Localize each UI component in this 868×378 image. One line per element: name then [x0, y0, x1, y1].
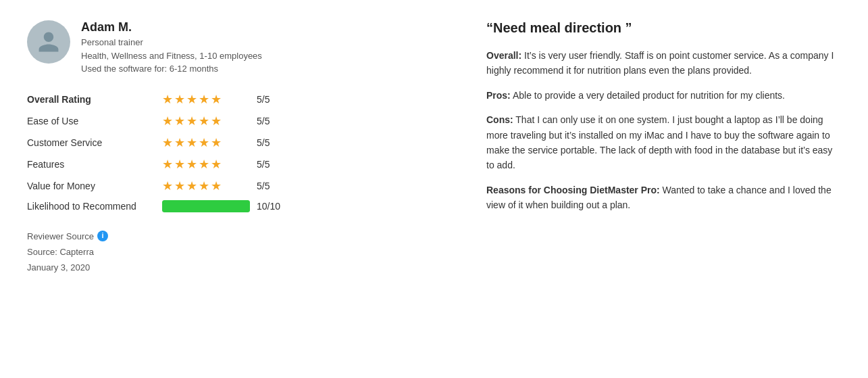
star-2: ★	[174, 157, 185, 172]
source-info: Reviewer Source i Source: Capterra Janua…	[27, 229, 446, 276]
ease-label: Ease of Use	[27, 116, 162, 126]
pros-text: Able to provide a very detailed product …	[513, 90, 785, 101]
ratings-section: Overall Rating ★ ★ ★ ★ ★ 5/5 Ease of Use…	[27, 92, 446, 212]
customer-label: Customer Service	[27, 137, 162, 148]
recommend-label: Likelihood to Recommend	[27, 201, 162, 212]
star-2: ★	[174, 135, 185, 150]
pros-prefix: Pros:	[486, 90, 511, 101]
star-5: ★	[211, 135, 222, 150]
star-1: ★	[162, 114, 173, 128]
value-stars: ★ ★ ★ ★ ★	[162, 179, 250, 193]
cons-paragraph: Cons: That I can only use it on one syst…	[486, 112, 841, 173]
user-icon	[36, 30, 61, 54]
source-date: January 3, 2020	[27, 260, 446, 275]
features-rating-row: Features ★ ★ ★ ★ ★ 5/5	[27, 157, 446, 172]
star-1: ★	[162, 135, 173, 150]
star-3: ★	[186, 114, 197, 128]
value-score: 5/5	[257, 181, 278, 191]
reasons-prefix: Reasons for Choosing DietMaster Pro:	[486, 185, 660, 195]
cons-prefix: Cons:	[486, 114, 513, 125]
star-3: ★	[186, 135, 197, 150]
ease-stars: ★ ★ ★ ★ ★	[162, 114, 250, 128]
avatar	[27, 20, 70, 64]
star-5: ★	[211, 157, 222, 172]
review-card: Adam M. Personal trainer Health, Wellnes…	[0, 0, 868, 378]
customer-rating-row: Customer Service ★ ★ ★ ★ ★ 5/5	[27, 135, 446, 150]
reviewer-usage: Used the software for: 6-12 months	[81, 62, 262, 76]
overall-stars: ★ ★ ★ ★ ★	[162, 92, 250, 107]
value-rating-row: Value for Money ★ ★ ★ ★ ★ 5/5	[27, 179, 446, 193]
cons-text: That I can only use it on one system. I …	[486, 114, 832, 170]
star-3: ★	[186, 179, 197, 193]
ease-rating-row: Ease of Use ★ ★ ★ ★ ★ 5/5	[27, 114, 446, 128]
star-4: ★	[199, 135, 209, 150]
value-label: Value for Money	[27, 181, 162, 191]
overall-paragraph: Overall: It’s is very user friendly. Sta…	[486, 48, 841, 78]
star-4: ★	[199, 157, 209, 172]
source-name: Source: Capterra	[27, 244, 446, 260]
star-4: ★	[199, 179, 209, 193]
star-2: ★	[174, 114, 185, 128]
star-5: ★	[211, 92, 222, 107]
star-4: ★	[199, 114, 209, 128]
reviewer-company: Health, Wellness and Fitness, 1-10 emplo…	[81, 49, 262, 63]
reviewer-source-label: Reviewer Source	[27, 229, 94, 244]
star-1: ★	[162, 92, 173, 107]
features-stars: ★ ★ ★ ★ ★	[162, 157, 250, 172]
review-body: Overall: It’s is very user friendly. Sta…	[486, 48, 841, 213]
reviewer-source-row: Reviewer Source i	[27, 229, 446, 244]
pros-paragraph: Pros: Able to provide a very detailed pr…	[486, 88, 841, 103]
reviewer-title: Personal trainer	[81, 36, 262, 49]
reviewer-info: Adam M. Personal trainer Health, Wellnes…	[81, 20, 262, 76]
recommend-progress-fill	[162, 200, 250, 212]
recommend-rating-row: Likelihood to Recommend 10/10	[27, 200, 446, 212]
star-2: ★	[174, 179, 185, 193]
overall-prefix: Overall:	[486, 50, 521, 61]
left-panel: Adam M. Personal trainer Health, Wellnes…	[27, 20, 446, 358]
recommend-progress-bar	[162, 200, 250, 212]
star-1: ★	[162, 179, 173, 193]
reviewer-header: Adam M. Personal trainer Health, Wellnes…	[27, 20, 446, 76]
info-icon[interactable]: i	[97, 231, 108, 241]
overall-text: It’s is very user friendly. Staff is on …	[486, 50, 834, 76]
right-panel: “Need meal direction ” Overall: It’s is …	[486, 20, 841, 358]
star-2: ★	[174, 92, 185, 107]
reasons-paragraph: Reasons for Choosing DietMaster Pro: Wan…	[486, 183, 841, 213]
features-score: 5/5	[257, 159, 278, 170]
features-label: Features	[27, 159, 162, 170]
customer-score: 5/5	[257, 137, 278, 148]
ease-score: 5/5	[257, 116, 278, 126]
customer-stars: ★ ★ ★ ★ ★	[162, 135, 250, 150]
reviewer-name: Adam M.	[81, 20, 262, 34]
review-title: “Need meal direction ”	[486, 20, 841, 36]
star-3: ★	[186, 92, 197, 107]
recommend-score: 10/10	[257, 201, 280, 212]
star-5: ★	[211, 179, 222, 193]
overall-score: 5/5	[257, 94, 278, 105]
overall-rating-row: Overall Rating ★ ★ ★ ★ ★ 5/5	[27, 92, 446, 107]
star-3: ★	[186, 157, 197, 172]
star-4: ★	[199, 92, 209, 107]
star-5: ★	[211, 114, 222, 128]
overall-rating-label: Overall Rating	[27, 94, 162, 105]
star-1: ★	[162, 157, 173, 172]
